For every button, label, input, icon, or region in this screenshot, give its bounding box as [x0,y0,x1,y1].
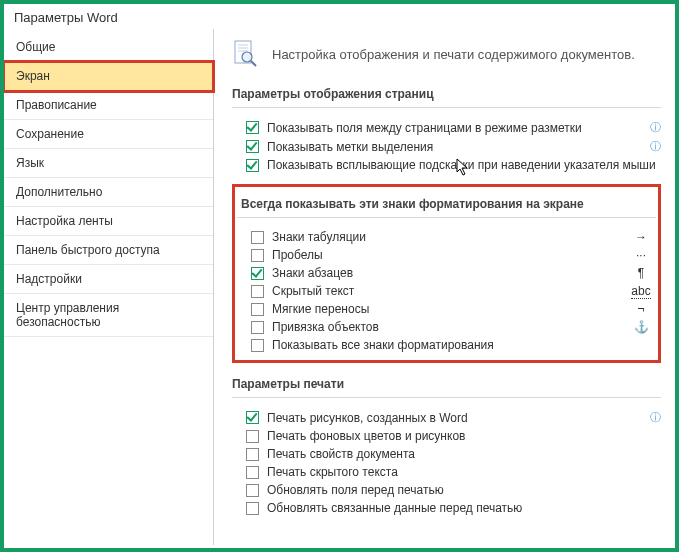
option-label: Знаки абзацев [272,266,618,280]
window-title: Параметры Word [4,4,675,29]
checkbox[interactable] [246,466,259,479]
options-dialog: Параметры Word ОбщиеЭкранПравописаниеСох… [0,0,679,552]
svg-point-4 [242,52,252,62]
option-label: Показывать всплывающие подсказки при нав… [267,158,661,172]
option-label: Показывать поля между страницами в режим… [267,121,640,135]
option-row: Мягкие переносы¬ [237,300,656,318]
checkbox[interactable] [246,121,259,134]
checkbox[interactable] [246,159,259,172]
page-magnifier-icon [232,39,260,69]
option-row: Пробелы··· [237,246,656,264]
info-icon: ⓘ [650,120,661,135]
option-label: Привязка объектов [272,320,618,334]
option-row: Показывать всплывающие подсказки при нав… [232,156,661,174]
sidebar-item-5[interactable]: Дополнительно [4,178,213,207]
option-label: Пробелы [272,248,618,262]
checkbox[interactable] [246,430,259,443]
option-row: Показывать поля между страницами в режим… [232,118,661,137]
section-title: Параметры отображения страниц [232,81,661,108]
option-row: Печать рисунков, созданных в Wordⓘ [232,408,661,427]
formatting-symbol: ··· [626,248,656,262]
option-row: Печать фоновых цветов и рисунков [232,427,661,445]
svg-line-5 [251,61,256,66]
sidebar-item-2[interactable]: Правописание [4,91,213,120]
formatting-symbol: ⚓ [626,320,656,334]
option-label: Обновлять связанные данные перед печатью [267,501,661,515]
sidebar-item-4[interactable]: Язык [4,149,213,178]
content-pane: Настройка отображения и печати содержимо… [214,29,675,545]
option-label: Печать фоновых цветов и рисунков [267,429,661,443]
content-header-text: Настройка отображения и печати содержимо… [272,47,635,62]
option-label: Показывать метки выделения [267,140,640,154]
option-row: Печать свойств документа [232,445,661,463]
section-title: Всегда показывать эти знаки форматирован… [237,191,656,218]
checkbox[interactable] [251,339,264,352]
sidebar-item-6[interactable]: Настройка ленты [4,207,213,236]
checkbox[interactable] [246,502,259,515]
option-row: Обновлять поля перед печатью [232,481,661,499]
dialog-body: ОбщиеЭкранПравописаниеСохранениеЯзыкДопо… [4,29,675,545]
option-label: Обновлять поля перед печатью [267,483,661,497]
content-header: Настройка отображения и печати содержимо… [232,39,661,69]
formatting-symbol: abc [626,284,656,298]
sidebar-item-9[interactable]: Центр управления безопасностью [4,294,213,337]
formatting-symbol: ¬ [626,302,656,316]
option-label: Знаки табуляции [272,230,618,244]
info-icon: ⓘ [650,410,661,425]
option-row: Скрытый текстabc [237,282,656,300]
checkbox[interactable] [251,231,264,244]
option-row: Знаки табуляции→ [237,228,656,246]
checkbox[interactable] [246,484,259,497]
option-label: Показывать все знаки форматирования [272,338,656,352]
option-row: Привязка объектов⚓ [237,318,656,336]
option-row: Печать скрытого текста [232,463,661,481]
sidebar-item-3[interactable]: Сохранение [4,120,213,149]
option-row: Показывать метки выделенияⓘ [232,137,661,156]
option-label: Печать свойств документа [267,447,661,461]
section-title: Параметры печати [232,371,661,398]
sidebar-item-7[interactable]: Панель быстрого доступа [4,236,213,265]
checkbox[interactable] [251,303,264,316]
checkbox[interactable] [246,140,259,153]
option-row: Показывать все знаки форматирования [237,336,656,354]
option-row: Обновлять связанные данные перед печатью [232,499,661,517]
option-label: Скрытый текст [272,284,618,298]
formatting-symbol: → [626,230,656,244]
checkbox[interactable] [251,267,264,280]
category-sidebar: ОбщиеЭкранПравописаниеСохранениеЯзыкДопо… [4,29,214,545]
option-row: Знаки абзацев¶ [237,264,656,282]
checkbox[interactable] [251,321,264,334]
section-formatting-marks-callout: Всегда показывать эти знаки форматирован… [232,184,661,363]
option-label: Печать рисунков, созданных в Word [267,411,640,425]
checkbox[interactable] [251,249,264,262]
sidebar-item-1[interactable]: Экран [4,62,213,91]
section-page-display: Параметры отображения страниц Показывать… [232,81,661,174]
checkbox[interactable] [246,448,259,461]
option-label: Мягкие переносы [272,302,618,316]
checkbox[interactable] [251,285,264,298]
formatting-symbol: ¶ [626,266,656,280]
sidebar-item-0[interactable]: Общие [4,33,213,62]
section-printing: Параметры печати Печать рисунков, создан… [232,371,661,517]
checkbox[interactable] [246,411,259,424]
option-label: Печать скрытого текста [267,465,661,479]
sidebar-item-8[interactable]: Надстройки [4,265,213,294]
info-icon: ⓘ [650,139,661,154]
